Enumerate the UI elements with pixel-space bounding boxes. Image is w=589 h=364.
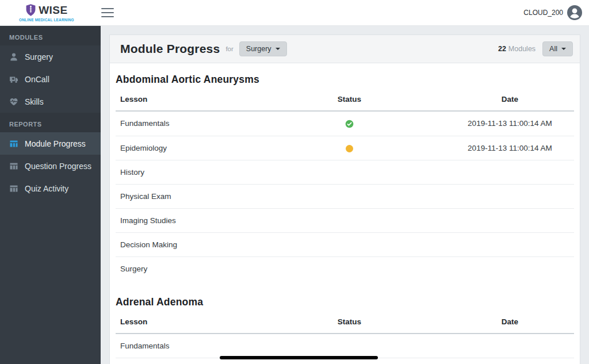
lesson-row: Fundamentals: [116, 334, 574, 358]
table-header-row: Lesson Status Date: [116, 311, 574, 334]
lesson-date: [446, 256, 574, 281]
lesson-row: Decision Making: [116, 232, 574, 256]
column-header-lesson: Lesson: [116, 311, 253, 334]
module-progress-card: Module Progress for Surgery 22 Modules A…: [109, 35, 580, 364]
table-icon: [9, 162, 18, 171]
lesson-date: 2019-11-13 11:00:14 AM: [446, 136, 574, 160]
sidebar-item-label: Question Progress: [25, 162, 91, 171]
sidebar-item-question-progress[interactable]: Question Progress: [0, 155, 101, 177]
lesson-table: Lesson Status Date Fundamentals 2019-11-…: [116, 88, 574, 281]
lesson-date: 2019-11-13 11:00:14 AM: [446, 111, 574, 136]
shield-logo-icon: [25, 3, 36, 17]
for-label: for: [225, 45, 233, 52]
table-icon: [9, 184, 18, 193]
sidebar: MODULES Surgery OnCall Skills REPORTS Mo…: [0, 26, 101, 364]
sidebar-item-oncall[interactable]: OnCall: [0, 68, 101, 90]
lesson-status: [253, 334, 446, 358]
lesson-status: [253, 184, 446, 208]
lesson-row: Epidemiology 2019-11-13 11:00:14 AM: [116, 136, 574, 160]
lesson-name: Epidemiology: [116, 136, 253, 160]
lesson-name: History: [116, 160, 253, 184]
lesson-row: Physical Exam: [116, 184, 574, 208]
lesson-row: Fundamentals 2019-11-13 11:00:14 AM: [116, 111, 574, 136]
ambulance-icon: [9, 75, 18, 84]
column-header-lesson: Lesson: [116, 88, 253, 111]
surgeon-icon: [9, 52, 18, 62]
lesson-date: [446, 334, 574, 358]
module-title: Abdominal Aortic Aneurysms: [116, 74, 574, 86]
card-header: Module Progress for Surgery 22 Modules A…: [110, 35, 580, 63]
lesson-status: [253, 136, 446, 160]
lesson-name: Fundamentals: [116, 111, 253, 136]
lesson-row: Imaging Studies: [116, 208, 574, 232]
sidebar-item-skills[interactable]: Skills: [0, 90, 101, 113]
status-filter-value: All: [549, 45, 557, 53]
sidebar-item-module-progress[interactable]: Module Progress: [0, 132, 101, 155]
chevron-down-icon: [561, 48, 566, 50]
module-filter-value: Surgery: [246, 45, 271, 53]
lesson-name: Physical Exam: [116, 184, 253, 208]
module-section: Abdominal Aortic Aneurysms Lesson Status…: [116, 74, 574, 281]
lesson-date: [446, 184, 574, 208]
lesson-date: [446, 358, 574, 364]
lesson-status: [253, 208, 446, 232]
lesson-status: [253, 256, 446, 281]
lesson-row: Surgery: [116, 256, 574, 281]
sidebar-section-label: MODULES: [0, 26, 101, 45]
brand-tagline: ONLINE MEDICAL LEARNING: [19, 18, 74, 22]
module-count: 22: [498, 45, 506, 53]
module-count-label: Modules: [508, 45, 536, 53]
sidebar-section-items: Surgery OnCall Skills: [0, 45, 101, 113]
module-filter-dropdown[interactable]: Surgery: [239, 41, 287, 56]
menu-toggle-icon[interactable]: [101, 8, 114, 17]
avatar-icon: [567, 5, 582, 20]
sidebar-item-label: Surgery: [25, 52, 53, 62]
column-header-status: Status: [253, 311, 446, 334]
heart-pulse-icon: [9, 97, 18, 106]
brand-name: WISE: [39, 5, 68, 16]
lesson-status: [253, 160, 446, 184]
module-title: Adrenal Adenoma: [116, 296, 574, 308]
page-title: Module Progress: [120, 42, 220, 56]
sidebar-item-label: Module Progress: [25, 139, 86, 148]
lesson-row: History: [116, 160, 574, 184]
main-content: Module Progress for Surgery 22 Modules A…: [101, 26, 589, 364]
lesson-name: Fundamentals: [116, 334, 253, 358]
lesson-date: [446, 232, 574, 256]
sidebar-item-surgery[interactable]: Surgery: [0, 45, 101, 68]
sidebar-section: REPORTS Module Progress Question Progres…: [0, 113, 101, 200]
column-header-status: Status: [253, 88, 446, 111]
sidebar-item-label: Skills: [25, 97, 44, 106]
status-complete-icon: [345, 120, 354, 128]
lesson-name: Surgery: [116, 256, 253, 281]
lesson-name: Decision Making: [116, 232, 253, 256]
top-bar: WISE ONLINE MEDICAL LEARNING CLOUD_200: [0, 0, 589, 26]
lesson-status: [253, 111, 446, 136]
column-header-date: Date: [446, 311, 574, 334]
sidebar-item-quiz-activity[interactable]: Quiz Activity: [0, 177, 101, 200]
lesson-date: [446, 160, 574, 184]
lesson-date: [446, 208, 574, 232]
annotation-mark: [220, 356, 378, 359]
brand-logo[interactable]: WISE ONLINE MEDICAL LEARNING: [19, 3, 74, 22]
sidebar-item-label: Quiz Activity: [25, 184, 68, 193]
column-header-date: Date: [446, 88, 574, 111]
module-sections: Abdominal Aortic Aneurysms Lesson Status…: [110, 63, 580, 364]
lesson-status: [253, 232, 446, 256]
table-header-row: Lesson Status Date: [116, 88, 574, 111]
lesson-name: Imaging Studies: [116, 208, 253, 232]
sidebar-item-label: OnCall: [25, 75, 49, 84]
status-filter-dropdown[interactable]: All: [542, 41, 573, 56]
chevron-down-icon: [276, 48, 280, 50]
sidebar-section-items: Module Progress Question Progress Quiz A…: [0, 132, 101, 200]
sidebar-section-label: REPORTS: [0, 113, 101, 132]
status-in-progress-icon: [346, 145, 353, 152]
table-icon: [9, 139, 18, 148]
user-menu[interactable]: CLOUD_200: [523, 5, 582, 20]
sidebar-section: MODULES Surgery OnCall Skills: [0, 26, 101, 113]
module-section: Adrenal Adenoma Lesson Status Date Funda…: [116, 296, 574, 364]
username: CLOUD_200: [523, 9, 563, 17]
